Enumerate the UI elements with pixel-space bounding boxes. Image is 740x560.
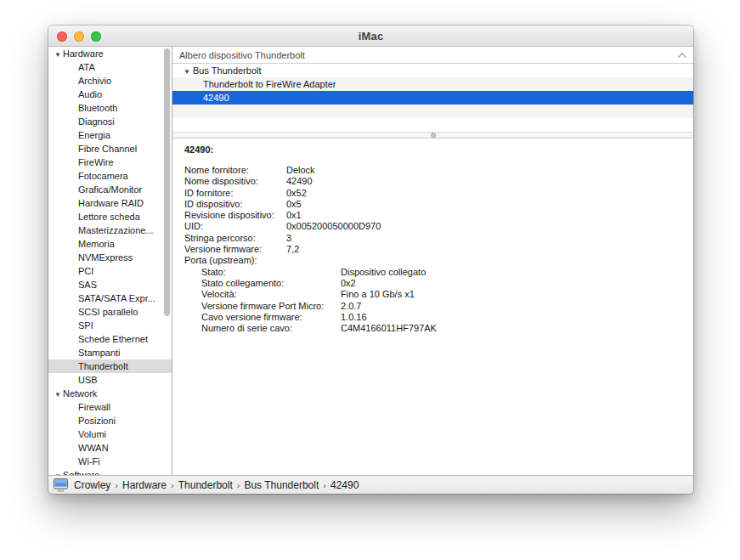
disclosure-triangle-icon: ▼ <box>54 470 63 476</box>
tree-row-bus-thunderbolt[interactable]: ▼Bus Thunderbolt <box>172 64 693 77</box>
title-bar[interactable]: iMac <box>48 25 693 47</box>
detail-row: ID dispositivo:0x5 <box>184 199 681 210</box>
tree-row-label: Bus Thunderbolt <box>193 65 262 76</box>
detail-label: Stringa percorso: <box>184 233 286 244</box>
splitter-handle-icon <box>431 133 436 138</box>
sidebar-section-software[interactable]: ▼Software <box>48 468 172 475</box>
detail-row: Porta (upstream): <box>184 255 681 266</box>
detail-row: Nome fornitore:Delock <box>184 165 681 176</box>
sidebar-item-hardware-raid[interactable]: Hardware RAID <box>48 196 172 210</box>
sidebar-item-usb[interactable]: USB <box>48 373 172 387</box>
sidebar-item-firewall[interactable]: Firewall <box>48 400 172 414</box>
breadcrumb-separator: › <box>110 480 122 490</box>
sidebar-item-wi-fi[interactable]: Wi-Fi <box>48 455 172 468</box>
details-pane: 42490: Nome fornitore:DelockNome disposi… <box>172 139 693 475</box>
main-panel: Albero dispositivo Thunderbolt ▼Bus Thun… <box>172 47 693 475</box>
sidebar-section-label: Software <box>63 470 99 475</box>
detail-row: Revisione dispositivo:0x1 <box>184 210 681 221</box>
sidebar-item-masterizzazione-[interactable]: Masterizzazione... <box>48 223 172 237</box>
detail-row: Velocità:Fino a 10 Gb/s x1 <box>201 289 681 300</box>
detail-value: 42490 <box>286 176 313 187</box>
details-title: 42490: <box>184 144 681 155</box>
sidebar-item-wwan[interactable]: WWAN <box>48 441 172 455</box>
tree-row-42490[interactable]: 42490 <box>172 91 693 105</box>
window-title: iMac <box>48 25 693 47</box>
breadcrumb-item: Thunderbolt <box>178 479 233 491</box>
sidebar-item-posizioni[interactable]: Posizioni <box>48 414 172 427</box>
sidebar-item-audio[interactable]: Audio <box>48 88 172 101</box>
detail-row: Stato:Dispositivo collegato <box>201 267 681 278</box>
sidebar-item-sata-sata-expr-[interactable]: SATA/SATA Expr... <box>48 291 172 305</box>
detail-row: Nome dispositivo:42490 <box>184 176 681 187</box>
detail-value: 7,2 <box>286 244 299 255</box>
sidebar-item-bluetooth[interactable]: Bluetooth <box>48 101 172 115</box>
sidebar-item-energia[interactable]: Energia <box>48 128 172 142</box>
sidebar-item-ata[interactable]: ATA <box>48 60 172 74</box>
breadcrumb-item: Crowley <box>74 479 110 491</box>
sidebar-section-network[interactable]: ▼Network <box>48 387 172 400</box>
detail-row: Stato collegamento:0x2 <box>201 278 681 289</box>
detail-label: Velocità: <box>201 289 341 300</box>
detail-value: 0x52 <box>286 188 307 199</box>
sidebar-item-pci[interactable]: PCI <box>48 264 172 278</box>
breadcrumb: Crowley›Hardware›Thunderbolt›Bus Thunder… <box>74 479 359 491</box>
sidebar-item-lettore-scheda[interactable]: Lettore scheda <box>48 210 172 223</box>
detail-row: Cavo versione firmware:1.0.16 <box>201 312 681 323</box>
detail-value: 3 <box>286 233 291 244</box>
sidebar-scrollbar-thumb[interactable] <box>164 48 170 316</box>
sidebar-item-memoria[interactable]: Memoria <box>48 237 172 251</box>
detail-label: Versione firmware Port Micro: <box>201 301 341 312</box>
disclosure-triangle-icon: ▼ <box>54 388 63 401</box>
sidebar-item-volumi[interactable]: Volumi <box>48 427 172 441</box>
detail-row: Stringa percorso:3 <box>184 233 681 244</box>
breadcrumb-item: Bus Thunderbolt <box>244 479 319 491</box>
tree-row-thunderbolt-to-firewire-adapter[interactable]: Thunderbolt to FireWire Adapter <box>172 77 693 91</box>
sidebar-item-fibre-channel[interactable]: Fibre Channel <box>48 142 172 156</box>
device-tree: ▼Bus ThunderboltThunderbolt to FireWire … <box>172 64 693 132</box>
detail-label: Numero di serie cavo: <box>201 323 341 334</box>
detail-value: 2.0.7 <box>341 301 361 312</box>
pane-splitter[interactable] <box>172 132 693 139</box>
tree-header-title: Albero dispositivo Thunderbolt <box>179 50 305 60</box>
detail-value: 0x2 <box>341 278 356 289</box>
detail-row: Versione firmware Port Micro:2.0.7 <box>201 301 681 312</box>
disclosure-triangle-icon: ▼ <box>54 48 63 61</box>
sidebar-item-sas[interactable]: SAS <box>48 278 172 291</box>
collapse-chevron-icon[interactable] <box>678 53 686 61</box>
tree-row-label: Thunderbolt to FireWire Adapter <box>203 79 336 89</box>
sidebar-item-thunderbolt[interactable]: Thunderbolt <box>48 359 172 373</box>
sidebar-item-nvmexpress[interactable]: NVMExpress <box>48 251 172 264</box>
sidebar-item-grafica-monitor[interactable]: Grafica/Monitor <box>48 183 172 196</box>
detail-label: UID: <box>184 221 286 232</box>
sidebar-item-schede-ethernet[interactable]: Schede Ethernet <box>48 332 172 346</box>
detail-value: 0x1 <box>286 210 302 221</box>
sidebar-section-label: Hardware <box>63 48 104 59</box>
breadcrumb-item: Hardware <box>122 479 167 491</box>
detail-label: Stato: <box>201 267 341 278</box>
detail-value: Dispositivo collegato <box>341 267 426 278</box>
detail-label: Nome dispositivo: <box>184 176 286 187</box>
sidebar-item-scsi-parallelo[interactable]: SCSI parallelo <box>48 305 172 319</box>
detail-label: Nome fornitore: <box>184 165 286 176</box>
sidebar-section-label: Network <box>63 388 97 399</box>
sidebar-item-diagnosi[interactable]: Diagnosi <box>48 115 172 128</box>
disclosure-triangle-icon: ▼ <box>184 65 193 78</box>
sidebar-item-stampanti[interactable]: Stampanti <box>48 346 172 359</box>
detail-row: Versione firmware:7,2 <box>184 244 681 255</box>
sidebar-item-firewire[interactable]: FireWire <box>48 156 172 169</box>
detail-value: Delock <box>286 165 315 176</box>
sidebar-item-fotocamera[interactable]: Fotocamera <box>48 169 172 183</box>
breadcrumb-item: 42490 <box>330 479 359 491</box>
detail-value: 1.0.16 <box>341 312 367 323</box>
sidebar-item-spi[interactable]: SPI <box>48 319 172 332</box>
breadcrumb-separator: › <box>167 480 178 490</box>
sidebar-item-archivio[interactable]: Archivio <box>48 74 172 88</box>
sidebar: ▼HardwareATAArchivioAudioBluetoothDiagno… <box>48 47 172 475</box>
detail-label: Versione firmware: <box>184 244 286 255</box>
sidebar-section-hardware[interactable]: ▼Hardware <box>48 47 172 60</box>
breadcrumb-separator: › <box>233 480 245 490</box>
detail-value: C4M4166011HF797AK <box>341 323 437 334</box>
detail-row: Numero di serie cavo:C4M4166011HF797AK <box>201 323 681 334</box>
detail-value: 0x005200050000D970 <box>286 221 381 232</box>
detail-label: Porta (upstream): <box>184 255 286 266</box>
